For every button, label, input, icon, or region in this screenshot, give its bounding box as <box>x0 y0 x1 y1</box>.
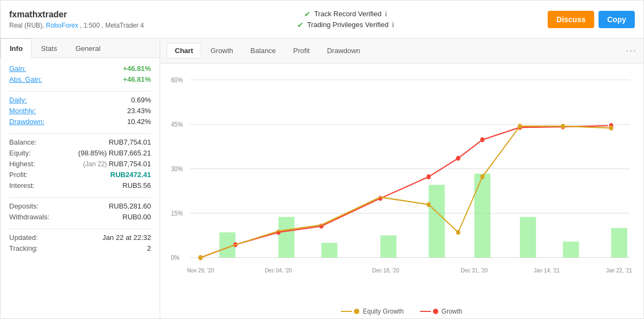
verified-track-record: ✔ Track Record Verified ℹ <box>304 10 387 18</box>
equity-row: Equity: (98.85%) RUB7,665.21 <box>9 149 151 157</box>
tab-general[interactable]: General <box>66 38 109 58</box>
updated-row: Updated: Jan 22 at 22:32 <box>9 233 151 242</box>
svg-point-30 <box>199 255 203 260</box>
daily-value: 0.69% <box>131 96 151 104</box>
legend-equity-growth: Equity Growth <box>341 308 403 315</box>
svg-text:Dec 04, '20: Dec 04, '20 <box>265 266 292 274</box>
interest-value: RUB5.56 <box>122 181 151 190</box>
balance-label: Balance: <box>9 138 37 146</box>
info-tabs: Info Stats General <box>1 38 160 58</box>
info-icon-2[interactable]: ℹ <box>392 21 395 29</box>
drawdown-row: Drawdown: 10.42% <box>9 118 151 126</box>
tab-info[interactable]: Info <box>1 38 32 58</box>
highest-row: Highest: (Jan 22) RUB7,754.01 <box>9 160 151 168</box>
highest-value: (Jan 22) RUB7,754.01 <box>83 160 151 168</box>
tracking-value: 2 <box>147 244 151 252</box>
monthly-row: Monthly: 23.43% <box>9 107 151 115</box>
header-buttons: Discuss Copy <box>548 11 635 28</box>
main-content: Info Stats General Gain: +46.81% Abs. Ga… <box>1 38 643 318</box>
abs-gain-label[interactable]: Abs. Gain: <box>9 75 42 83</box>
chart-tab-drawdown[interactable]: Drawdown <box>319 43 368 58</box>
chart-tab-chart[interactable]: Chart <box>167 43 201 58</box>
svg-rect-13 <box>380 236 397 258</box>
drawdown-label[interactable]: Drawdown: <box>9 118 44 126</box>
daily-label[interactable]: Daily: <box>9 96 27 104</box>
equity-label: Equity: <box>9 149 31 157</box>
interest-row: Interest: RUB5.56 <box>9 181 151 190</box>
deposits-row: Deposits: RUB5,281.60 <box>9 202 151 210</box>
svg-text:Jan 14, '21: Jan 14, '21 <box>534 266 560 274</box>
svg-rect-12 <box>321 243 338 257</box>
svg-text:Nov 29, '20: Nov 29, '20 <box>187 266 214 274</box>
info-icon-1[interactable]: ℹ <box>385 10 387 18</box>
svg-rect-18 <box>611 228 627 258</box>
svg-point-32 <box>456 230 461 235</box>
svg-rect-15 <box>474 174 490 258</box>
svg-rect-14 <box>429 185 445 257</box>
balance-row: Balance: RUB7,754.01 <box>9 138 151 146</box>
daily-row: Daily: 0.69% <box>9 96 151 104</box>
svg-text:15%: 15% <box>171 209 183 217</box>
updated-value: Jan 22 at 22:32 <box>102 233 151 242</box>
deposits-group: Deposits: RUB5,281.60 Withdrawals: RUB0.… <box>9 202 151 221</box>
svg-point-31 <box>426 202 431 207</box>
deposits-label: Deposits: <box>9 202 38 210</box>
gain-group: Gain: +46.81% Abs. Gain: +46.81% <box>9 64 151 83</box>
chart-tab-growth[interactable]: Growth <box>202 43 241 58</box>
chart-area: 60% 45% 30% 15% 0% <box>160 63 643 303</box>
copy-button[interactable]: Copy <box>599 11 635 28</box>
svg-point-25 <box>456 156 461 161</box>
withdrawals-label: Withdrawals: <box>9 213 49 221</box>
trader-info-section: fxmathxtrader Real (RUB), RoboForex , 1:… <box>9 10 144 29</box>
svg-point-24 <box>426 174 431 179</box>
svg-text:45%: 45% <box>171 120 183 128</box>
svg-text:Jan 22, '21: Jan 22, '21 <box>606 266 632 274</box>
chart-tab-profit[interactable]: Profit <box>285 43 318 58</box>
check-icon-2: ✔ <box>297 21 304 29</box>
tracking-row: Tracking: 2 <box>9 244 151 252</box>
chart-tab-balance[interactable]: Balance <box>242 43 284 58</box>
discuss-button[interactable]: Discuss <box>548 11 594 28</box>
withdrawals-row: Withdrawals: RUB0.00 <box>9 213 151 221</box>
meta-group: Updated: Jan 22 at 22:32 Tracking: 2 <box>9 233 151 252</box>
header: fxmathxtrader Real (RUB), RoboForex , 1:… <box>1 1 643 38</box>
svg-rect-11 <box>278 217 294 257</box>
svg-text:Dec 18, '20: Dec 18, '20 <box>372 266 399 274</box>
profit-value: RUB2472.41 <box>110 171 151 179</box>
legend-growth: Growth <box>420 308 463 315</box>
trader-details: Real (RUB), RoboForex , 1:500 , MetaTrad… <box>9 22 144 29</box>
drawdown-value: 10.42% <box>127 118 151 126</box>
svg-point-34 <box>518 123 522 128</box>
svg-point-36 <box>609 126 613 131</box>
highest-label: Highest: <box>9 160 35 168</box>
monthly-value: 23.43% <box>127 107 151 115</box>
svg-rect-17 <box>563 242 579 258</box>
svg-text:30%: 30% <box>171 165 183 172</box>
gain-label[interactable]: Gain: <box>9 64 26 73</box>
left-panel: Info Stats General Gain: +46.81% Abs. Ga… <box>1 38 160 318</box>
right-panel: Chart Growth Balance Profit Drawdown ···… <box>160 38 643 318</box>
abs-gain-value: +46.81% <box>123 75 151 83</box>
balance-group: Balance: RUB7,754.01 Equity: (98.85%) RU… <box>9 138 151 190</box>
broker-link[interactable]: RoboForex <box>46 22 78 29</box>
balance-value: RUB7,754.01 <box>109 138 151 146</box>
tab-stats[interactable]: Stats <box>32 38 67 58</box>
stats-panel: Gain: +46.81% Abs. Gain: +46.81% Daily: … <box>1 58 160 318</box>
svg-point-35 <box>561 123 565 128</box>
gain-value: +46.81% <box>123 64 151 73</box>
svg-text:60%: 60% <box>171 76 183 83</box>
svg-point-33 <box>480 174 484 179</box>
monthly-label[interactable]: Monthly: <box>9 107 36 115</box>
abs-gain-row: Abs. Gain: +46.81% <box>9 75 151 83</box>
svg-rect-16 <box>520 217 536 257</box>
trader-name: fxmathxtrader <box>9 10 144 19</box>
chart-more-button[interactable]: ··· <box>626 45 637 56</box>
interest-label: Interest: <box>9 181 35 190</box>
gain-row: Gain: +46.81% <box>9 64 151 73</box>
verified-trading-privileges: ✔ Trading Privileges Verified ℹ <box>297 21 395 29</box>
updated-label: Updated: <box>9 233 38 242</box>
svg-point-26 <box>480 137 484 142</box>
chart-legend: Equity Growth Growth <box>160 303 643 318</box>
verified-section: ✔ Track Record Verified ℹ ✔ Trading Priv… <box>144 10 548 29</box>
profit-label: Profit: <box>9 171 28 179</box>
